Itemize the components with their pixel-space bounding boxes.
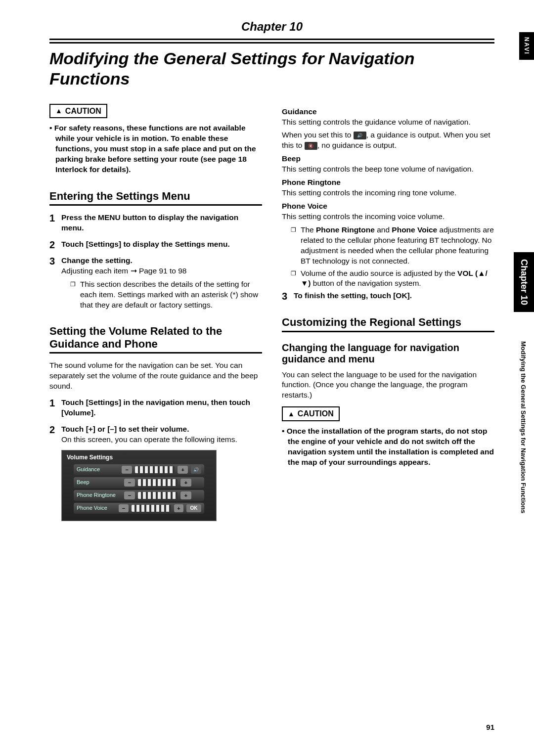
step-2: Touch [+] or [–] to set their volume. On… bbox=[49, 424, 262, 521]
caution-item: For safety reasons, these functions are … bbox=[49, 123, 262, 175]
steps-volume: Touch [Settings] in the navigation menu,… bbox=[49, 398, 262, 521]
bold: Phone Ringtone bbox=[316, 225, 375, 234]
steps-entering: Press the MENU button to display the nav… bbox=[49, 213, 262, 310]
caution-item: Once the installation of the program sta… bbox=[282, 426, 494, 468]
left-column: ▲ CAUTION For safety reasons, these func… bbox=[49, 104, 262, 527]
vol-row-beep: Beep − + bbox=[74, 477, 204, 488]
right-column: Guidance This setting controls the guida… bbox=[282, 104, 494, 527]
step-head: Change the setting. bbox=[61, 256, 262, 266]
content-columns: ▲ CAUTION For safety reasons, these func… bbox=[49, 104, 494, 527]
step-3: Change the setting. Adjusting each item … bbox=[49, 256, 262, 311]
page-title: Modifying the General Settings for Navig… bbox=[49, 48, 494, 89]
heading-rule bbox=[49, 204, 262, 206]
vol-bar[interactable] bbox=[138, 492, 178, 499]
step-body: Adjusting each item ➞ Page 91 to 98 bbox=[61, 266, 262, 276]
caution-list: Once the installation of the program sta… bbox=[282, 426, 494, 468]
def-body-beep: This setting controls the beep tone volu… bbox=[282, 164, 494, 175]
def-body-ringtone: This setting controls the incoming ring … bbox=[282, 188, 494, 198]
speaker-icon[interactable]: 🔊 bbox=[191, 466, 201, 474]
plus-button[interactable]: + bbox=[180, 491, 191, 499]
def-head-voice: Phone Voice bbox=[282, 201, 494, 212]
vol-label: Phone Ringtone bbox=[77, 491, 121, 499]
vol-row-voice: Phone Voice − + OK bbox=[74, 503, 204, 514]
caution-label: CAUTION bbox=[65, 106, 101, 117]
vol-title: Volume Settings bbox=[65, 453, 213, 461]
phone-notes: The Phone Ringtone and Phone Voice adjus… bbox=[282, 225, 494, 289]
vol-bar[interactable] bbox=[135, 466, 175, 473]
caution-list: For safety reasons, these functions are … bbox=[49, 123, 262, 175]
vol-bar[interactable] bbox=[132, 505, 171, 512]
header-rule bbox=[49, 39, 494, 44]
vol-label: Guidance bbox=[77, 466, 119, 473]
chapter-side-text: Modifying the General Settings for Navig… bbox=[520, 341, 527, 513]
warning-icon: ▲ bbox=[55, 106, 62, 116]
step-head: To finish the setting, touch [OK]. bbox=[294, 291, 494, 301]
step-2: Touch [Settings] to display the Settings… bbox=[49, 239, 262, 250]
guidance-extra: When you set this to 🔊, a guidance is ou… bbox=[282, 130, 494, 151]
def-head-beep: Beep bbox=[282, 154, 494, 164]
def-body-guidance: This setting controls the guidance volum… bbox=[282, 117, 494, 128]
caution-box: ▲ CAUTION bbox=[282, 406, 340, 421]
plus-button[interactable]: + bbox=[180, 479, 191, 487]
minus-button[interactable]: − bbox=[122, 466, 132, 474]
def-head-guidance: Guidance bbox=[282, 107, 494, 117]
chapter-header: Chapter 10 bbox=[49, 20, 494, 34]
text: When you set this to bbox=[282, 131, 354, 139]
minus-button[interactable]: − bbox=[124, 479, 135, 487]
heading-rule bbox=[282, 331, 494, 332]
step-1: Touch [Settings] in the navigation menu,… bbox=[49, 398, 262, 418]
speaker-off-icon: 🔇 bbox=[305, 142, 317, 150]
steps-finish: To finish the setting, touch [OK]. bbox=[282, 291, 494, 301]
vol-bar[interactable] bbox=[138, 479, 178, 486]
manual-page: NAVI Chapter 10 Modifying the General Se… bbox=[0, 0, 534, 756]
step-note: This section describes the details of th… bbox=[70, 279, 262, 311]
note-item: The Phone Ringtone and Phone Voice adjus… bbox=[291, 225, 494, 267]
minus-button[interactable]: − bbox=[119, 504, 128, 512]
heading-language: Changing the language for navigation gui… bbox=[282, 342, 494, 365]
step-1: Press the MENU button to display the nav… bbox=[49, 213, 262, 233]
step-head: Press the MENU button to display the nav… bbox=[61, 213, 262, 233]
volume-intro: The sound volume for the navigation can … bbox=[49, 360, 262, 392]
heading-rule bbox=[49, 352, 262, 354]
def-head-ringtone: Phone Ringtone bbox=[282, 178, 494, 188]
heading-entering: Entering the Settings Menu bbox=[49, 190, 262, 202]
heading-volume: Setting the Volume Related to the Guidan… bbox=[49, 325, 262, 350]
volume-settings-screenshot: Volume Settings Guidance − + 🔊 Beep − bbox=[61, 450, 217, 521]
step-head: Touch [Settings] in the navigation menu,… bbox=[61, 398, 262, 418]
step-note-list: This section describes the details of th… bbox=[61, 279, 262, 311]
vol-row-guidance: Guidance − + 🔊 bbox=[74, 464, 204, 475]
vol-row-ringtone: Phone Ringtone − + bbox=[74, 490, 204, 501]
step-head: Touch [Settings] to display the Settings… bbox=[61, 239, 262, 250]
text: , no guidance is output. bbox=[317, 141, 397, 149]
step-3: To finish the setting, touch [OK]. bbox=[282, 291, 494, 301]
def-body-voice: This setting controls the incoming voice… bbox=[282, 212, 494, 222]
heading-regional: Customizing the Regional Settings bbox=[282, 316, 494, 328]
caution-box: ▲ CAUTION bbox=[49, 104, 107, 119]
vol-label: Phone Voice bbox=[77, 504, 116, 512]
step-body: On this screen, you can operate the foll… bbox=[61, 435, 262, 445]
chapter-side-tab: Chapter 10 bbox=[514, 252, 534, 312]
bold: Phone Voice bbox=[392, 225, 437, 234]
minus-button[interactable]: − bbox=[124, 491, 135, 499]
step-head: Touch [+] or [–] to set their volume. bbox=[61, 424, 262, 435]
bold: VOL (▲/▼) bbox=[301, 269, 488, 288]
speaker-on-icon: 🔊 bbox=[354, 132, 366, 139]
caution-label: CAUTION bbox=[298, 408, 334, 419]
navi-side-tab: NAVI bbox=[519, 32, 534, 60]
vol-label: Beep bbox=[77, 479, 121, 486]
ok-button[interactable]: OK bbox=[186, 504, 201, 512]
language-body: You can select the language to be used f… bbox=[282, 370, 494, 401]
warning-icon: ▲ bbox=[288, 409, 295, 419]
plus-button[interactable]: + bbox=[174, 504, 183, 512]
plus-button[interactable]: + bbox=[178, 466, 188, 474]
note-item: Volume of the audio source is adjusted b… bbox=[291, 268, 494, 289]
page-number: 91 bbox=[486, 723, 494, 731]
